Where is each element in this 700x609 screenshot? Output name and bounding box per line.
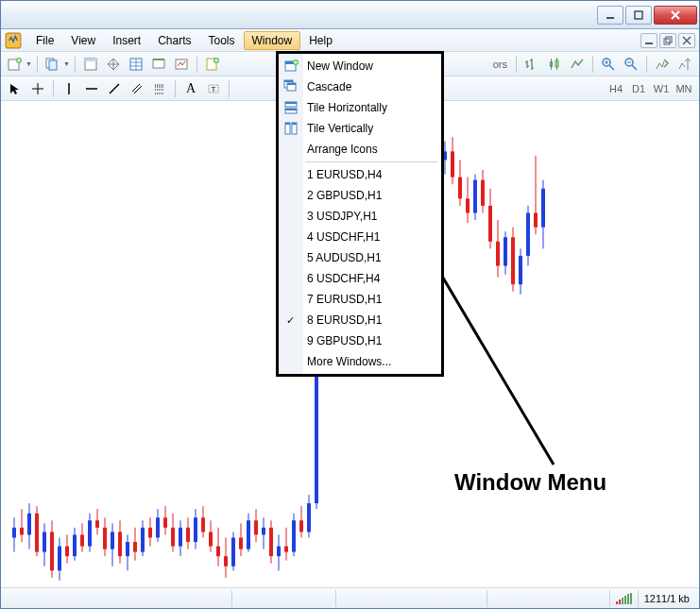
timeframe-d1-button[interactable]: D1 (627, 79, 650, 98)
menu-view[interactable]: View (62, 31, 104, 50)
timeframe-h4-button[interactable]: H4 (605, 79, 627, 98)
data-window-button[interactable] (126, 54, 146, 75)
svg-rect-94 (277, 547, 281, 557)
svg-rect-70 (186, 528, 190, 542)
channel-button[interactable] (127, 78, 147, 99)
svg-rect-26 (20, 528, 24, 535)
window-item-1[interactable]: 1 EURUSD,H4 (279, 164, 441, 185)
svg-rect-84 (239, 537, 243, 549)
menu-item-tile-horizontally[interactable]: Tile Horizontally (279, 97, 441, 118)
cursor-icon (9, 82, 22, 95)
dropdown-arrow-icon[interactable]: ▼ (26, 60, 32, 67)
restore-icon (663, 36, 673, 45)
profiles-button[interactable] (43, 54, 63, 75)
new-window-icon (282, 58, 299, 75)
mdi-restore-button[interactable] (659, 33, 676, 48)
fibonacci-button[interactable] (149, 78, 170, 99)
menu-charts[interactable]: Charts (149, 31, 199, 50)
vertical-line-button[interactable] (59, 78, 79, 99)
mdi-minimize-button[interactable] (640, 33, 657, 48)
terminal-button[interactable] (148, 54, 169, 75)
line-chart-icon (570, 57, 585, 72)
svg-rect-1 (635, 11, 642, 19)
window-item-4[interactable]: 4 USDCHF,H1 (279, 227, 441, 247)
market-watch-icon (83, 57, 98, 72)
svg-rect-62 (156, 517, 160, 537)
menu-item-tile-vertically[interactable]: Tile Vertically (279, 118, 441, 139)
navigator-button[interactable] (103, 54, 124, 75)
svg-rect-143 (287, 83, 296, 85)
horizontal-line-button[interactable] (81, 78, 102, 99)
menu-insert[interactable]: Insert (104, 31, 149, 50)
svg-rect-92 (269, 528, 273, 556)
new-order-button[interactable] (202, 54, 223, 75)
traffic-status: 1211/1 kb (638, 590, 695, 607)
timeframe-w1-button[interactable]: W1 (650, 79, 673, 98)
svg-rect-40 (73, 534, 77, 556)
svg-rect-28 (27, 514, 31, 535)
trendline-button[interactable] (104, 78, 125, 99)
menu-item-new-window[interactable]: New Window (279, 56, 441, 76)
navigator-icon (106, 57, 121, 72)
svg-rect-38 (65, 547, 69, 557)
timeframe-mn-button[interactable]: MN (673, 79, 695, 98)
cascade-icon (282, 78, 299, 95)
text-label-button[interactable]: T (203, 78, 224, 99)
svg-rect-118 (473, 180, 477, 213)
svg-rect-68 (179, 528, 182, 547)
window-item-7[interactable]: 7 EURUSD,H1 (279, 289, 441, 310)
statusbar: 1211/1 kb (1, 587, 699, 608)
svg-rect-116 (466, 198, 470, 212)
svg-rect-126 (504, 237, 507, 265)
annotation-label: Window Menu (454, 469, 606, 496)
menu-window[interactable]: Window (244, 31, 301, 50)
svg-rect-64 (163, 517, 167, 528)
strategy-tester-button[interactable] (171, 54, 192, 75)
channel-icon (130, 82, 144, 95)
line-chart-button[interactable] (567, 54, 588, 75)
dropdown-arrow-icon[interactable]: ▼ (63, 60, 70, 67)
market-watch-button[interactable] (80, 54, 101, 75)
svg-rect-136 (541, 189, 545, 228)
window-menu-dropdown: New WindowCascadeTile HorizontallyTile V… (276, 51, 444, 377)
mdi-close-button[interactable] (678, 33, 695, 48)
menu-item-cascade[interactable]: Cascade (279, 76, 441, 97)
new-chart-button[interactable] (5, 54, 26, 75)
window-item-9[interactable]: 9 GBPUSD,H1 (279, 330, 441, 351)
window-item-5[interactable]: 5 AUDUSD,H1 (279, 247, 441, 268)
svg-rect-90 (262, 528, 265, 535)
bar-chart-icon (524, 57, 539, 72)
minimize-button[interactable] (597, 6, 623, 25)
zoom-out-button[interactable] (621, 54, 641, 75)
menu-item-arrange-icons[interactable]: Arrange Icons (279, 139, 441, 160)
svg-rect-58 (141, 528, 145, 552)
new-order-icon (205, 57, 220, 72)
zoom-in-button[interactable] (598, 54, 619, 75)
menu-tools[interactable]: Tools (200, 31, 244, 50)
auto-scroll-button[interactable] (652, 54, 673, 75)
hline-icon (85, 82, 98, 95)
cursor-button[interactable] (5, 78, 26, 99)
window-item-8[interactable]: ✓8 EURUSD,H1 (279, 310, 441, 330)
svg-rect-42 (80, 534, 84, 546)
menu-help[interactable]: Help (300, 31, 341, 50)
text-tool-button[interactable]: A (180, 78, 201, 99)
more-windows-item[interactable]: More Windows... (279, 351, 441, 372)
close-button[interactable] (654, 6, 697, 25)
candle-chart-button[interactable] (544, 54, 565, 75)
minimize-icon (605, 9, 616, 21)
svg-rect-0 (606, 17, 614, 19)
maximize-button[interactable] (625, 6, 652, 25)
svg-rect-124 (496, 242, 500, 266)
crosshair-button[interactable] (27, 78, 48, 99)
check-icon: ✓ (286, 314, 295, 327)
window-item-2[interactable]: 2 GBPUSD,H1 (279, 185, 441, 206)
menu-file[interactable]: File (27, 31, 62, 50)
chart-shift-button[interactable] (674, 54, 695, 75)
profiles-icon (45, 57, 60, 72)
svg-rect-82 (231, 537, 235, 566)
period-m1-button[interactable] (521, 54, 542, 75)
status-cell (335, 590, 487, 607)
window-item-6[interactable]: 6 USDCHF,H4 (279, 268, 441, 289)
window-item-3[interactable]: 3 USDJPY,H1 (279, 206, 441, 227)
